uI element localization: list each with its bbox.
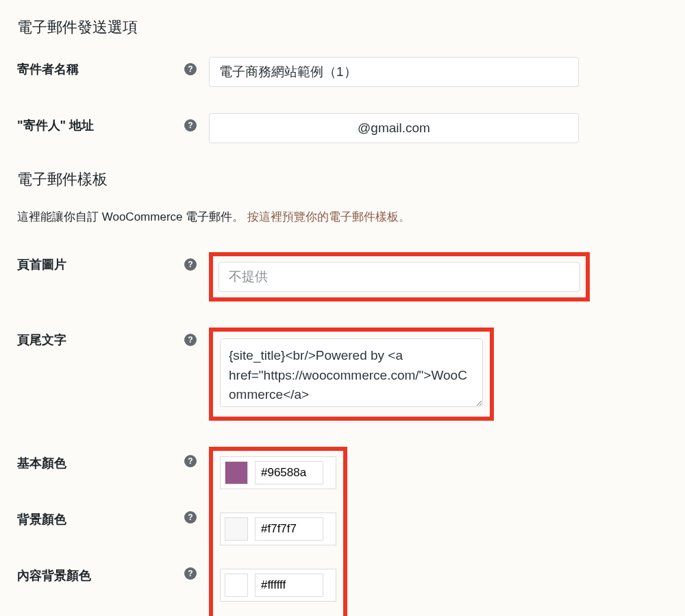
email-sender-options-heading: 電子郵件發送選項 [17,17,668,38]
help-icon[interactable]: ? [184,258,197,271]
from-name-label: 寄件者名稱 [17,61,79,77]
from-name-input[interactable] [209,57,579,87]
color-swatch[interactable] [225,517,248,541]
highlight-box [209,447,347,616]
base-color-label: 基本顏色 [17,455,66,471]
base-color-input[interactable] [255,461,323,484]
bg-color-input[interactable] [255,517,323,541]
body-bg-color-label: 內容背景顏色 [17,567,91,584]
color-swatch[interactable] [225,574,248,597]
footer-text-row: 頁尾文字 ? [17,328,668,421]
help-icon[interactable]: ? [184,63,197,75]
bg-color-picker[interactable] [220,513,336,545]
from-address-input[interactable] [209,113,579,143]
help-icon[interactable]: ? [184,455,197,467]
body-bg-color-input[interactable] [255,574,323,597]
header-image-input[interactable] [219,262,580,292]
bg-color-label: 背景顏色 [17,511,66,528]
help-icon[interactable]: ? [184,511,197,523]
header-image-row: 頁首圖片 ? [17,252,668,301]
highlight-box [209,328,494,421]
from-name-row: 寄件者名稱 ? [17,57,668,87]
email-template-description: 這裡能讓你自訂 WooCommerce 電子郵件。 按這裡預覽你的電子郵件樣板。 [17,209,668,225]
color-swatch[interactable] [225,461,248,484]
highlight-box [209,252,590,301]
header-image-label: 頁首圖片 [17,256,66,273]
template-desc-text: 這裡能讓你自訂 WooCommerce 電子郵件。 [17,210,244,223]
email-template-heading: 電子郵件樣板 [17,169,668,190]
body-bg-color-picker[interactable] [220,569,336,602]
footer-text-textarea[interactable] [220,338,483,407]
help-icon[interactable]: ? [184,334,197,346]
footer-text-label: 頁尾文字 [17,332,66,348]
preview-template-link[interactable]: 按這裡預覽你的電子郵件樣板。 [247,210,410,223]
help-icon[interactable]: ? [184,119,197,132]
help-icon[interactable]: ? [184,567,197,580]
from-address-row: "寄件人" 地址 ? [17,113,668,143]
from-address-label: "寄件人" 地址 [17,117,94,134]
base-color-picker[interactable] [220,456,336,489]
